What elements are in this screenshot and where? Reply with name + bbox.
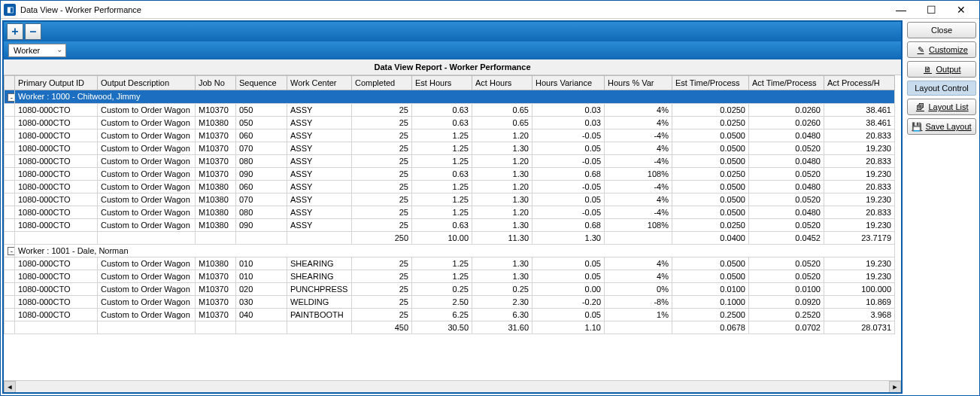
cell: 1.20 bbox=[472, 180, 532, 193]
cell: ASSY bbox=[287, 218, 352, 231]
horizontal-scrollbar[interactable]: ◄ ► bbox=[4, 380, 901, 392]
cell: Custom to Order Wagon bbox=[98, 270, 196, 283]
column-header[interactable]: Est Time/Process bbox=[672, 76, 749, 90]
table-row[interactable]: 1080-000CTOCustom to Order WagonM1037009… bbox=[5, 167, 895, 180]
column-header[interactable]: Work Center bbox=[287, 76, 352, 90]
cell: 19.230 bbox=[824, 218, 895, 231]
group-by-chip-worker[interactable]: Worker bbox=[8, 44, 66, 57]
subtotal-cell bbox=[287, 321, 352, 334]
collapse-all-button[interactable]: – bbox=[25, 23, 41, 40]
cell: 25 bbox=[352, 142, 412, 154]
column-header[interactable]: Primary Output ID bbox=[15, 76, 98, 90]
group-header-row[interactable]: -Worker : 1000 - Chitwood, Jimmy bbox=[5, 90, 895, 104]
close-window-button[interactable]: ✕ bbox=[946, 2, 976, 18]
grid-scroll[interactable]: Primary Output ID Output Description Job… bbox=[4, 75, 901, 380]
cell: SHEARING bbox=[287, 270, 352, 283]
table-row[interactable]: 1080-000CTOCustom to Order WagonM1038008… bbox=[5, 206, 895, 218]
toolbar: + – bbox=[4, 22, 901, 41]
group-header-row[interactable]: -Worker : 1001 - Dale, Norman bbox=[5, 244, 895, 257]
column-header[interactable]: Completed bbox=[352, 76, 412, 90]
scroll-left-button[interactable]: ◄ bbox=[4, 381, 16, 392]
cell: M10380 bbox=[196, 206, 236, 218]
table-row[interactable]: 1080-000CTOCustom to Order WagonM1038006… bbox=[5, 180, 895, 193]
cell: 38.461 bbox=[824, 116, 895, 129]
subtotal-cell: 10.00 bbox=[412, 231, 472, 244]
cell: Custom to Order Wagon bbox=[98, 257, 196, 270]
cell: 1% bbox=[605, 309, 672, 321]
cell: 1.20 bbox=[472, 129, 532, 142]
cell: 1080-000CTO bbox=[15, 206, 98, 218]
cell: M10370 bbox=[196, 270, 236, 283]
customize-button-label: Customize bbox=[929, 45, 968, 54]
subtotal-cell: 1.10 bbox=[532, 321, 605, 334]
row-gutter bbox=[5, 270, 15, 283]
cell: 0.65 bbox=[472, 103, 532, 116]
cell: Custom to Order Wagon bbox=[98, 180, 196, 193]
cell: 25 bbox=[352, 270, 412, 283]
group-by-bar[interactable]: Worker bbox=[4, 41, 901, 59]
cell: 0.0500 bbox=[672, 180, 749, 193]
column-header[interactable]: Act Hours bbox=[472, 76, 532, 90]
maximize-button[interactable]: ☐ bbox=[916, 2, 946, 18]
report-title: Data View Report - Worker Performance bbox=[4, 59, 901, 75]
customize-button[interactable]: ✎ Customize bbox=[907, 41, 976, 58]
minimize-button[interactable]: — bbox=[886, 2, 916, 18]
column-header[interactable]: Hours Variance bbox=[532, 76, 605, 90]
group-toggle[interactable]: - bbox=[5, 90, 15, 104]
cell: 25 bbox=[352, 193, 412, 206]
column-header[interactable]: Est Hours bbox=[412, 76, 472, 90]
cell: Custom to Order Wagon bbox=[98, 142, 196, 154]
table-row[interactable]: 1080-000CTOCustom to Order WagonM1038001… bbox=[5, 257, 895, 270]
output-button[interactable]: 🗎 Output bbox=[907, 61, 976, 78]
column-header[interactable]: Hours % Var bbox=[605, 76, 672, 90]
layout-list-button[interactable]: 🗊 Layout List bbox=[907, 99, 976, 115]
cell: ASSY bbox=[287, 180, 352, 193]
subtotal-cell: 30.50 bbox=[412, 321, 472, 334]
table-row[interactable]: 1080-000CTOCustom to Order WagonM1038007… bbox=[5, 193, 895, 206]
cell: -4% bbox=[605, 129, 672, 142]
cell: 0.0480 bbox=[749, 129, 824, 142]
table-row[interactable]: 1080-000CTOCustom to Order WagonM1037008… bbox=[5, 154, 895, 167]
cell: 0.03 bbox=[532, 103, 605, 116]
cell: 0.0920 bbox=[749, 296, 824, 309]
save-layout-button-label: Save Layout bbox=[925, 122, 971, 131]
save-layout-button[interactable]: 💾 Save Layout bbox=[907, 118, 976, 135]
close-button[interactable]: Close bbox=[907, 22, 976, 38]
cell: Custom to Order Wagon bbox=[98, 206, 196, 218]
cell: -8% bbox=[605, 296, 672, 309]
table-row[interactable]: 1080-000CTOCustom to Order WagonM1038005… bbox=[5, 116, 895, 129]
group-toggle[interactable]: - bbox=[5, 244, 15, 257]
cell: 4% bbox=[605, 257, 672, 270]
column-header[interactable]: Act Time/Process bbox=[749, 76, 824, 90]
column-header-row: Primary Output ID Output Description Job… bbox=[5, 76, 895, 90]
cell: 070 bbox=[236, 193, 287, 206]
column-header[interactable]: Output Description bbox=[98, 76, 196, 90]
expand-all-button[interactable]: + bbox=[7, 23, 23, 40]
table-row[interactable]: 1080-000CTOCustom to Order WagonM1037006… bbox=[5, 129, 895, 142]
table-row[interactable]: 1080-000CTOCustom to Order WagonM1037001… bbox=[5, 270, 895, 283]
cell: 1080-000CTO bbox=[15, 129, 98, 142]
output-button-label: Output bbox=[936, 65, 960, 74]
table-row[interactable]: 1080-000CTOCustom to Order WagonM1038009… bbox=[5, 218, 895, 231]
column-header[interactable]: Sequence bbox=[236, 76, 287, 90]
row-gutter bbox=[5, 180, 15, 193]
table-row[interactable]: 1080-000CTOCustom to Order WagonM1037004… bbox=[5, 309, 895, 321]
cell: 1.30 bbox=[472, 257, 532, 270]
cell: ASSY bbox=[287, 142, 352, 154]
cell: 100.000 bbox=[824, 283, 895, 296]
table-row[interactable]: 1080-000CTOCustom to Order WagonM1037002… bbox=[5, 283, 895, 296]
column-header[interactable]: Job No bbox=[196, 76, 236, 90]
cell: 0.25 bbox=[472, 283, 532, 296]
column-header[interactable]: Act Process/H bbox=[824, 76, 895, 90]
table-row[interactable]: 1080-000CTOCustom to Order WagonM1037007… bbox=[5, 142, 895, 154]
table-row[interactable]: 1080-000CTOCustom to Order WagonM1037005… bbox=[5, 103, 895, 116]
scroll-right-button[interactable]: ► bbox=[889, 381, 901, 392]
subtotal-cell bbox=[196, 321, 236, 334]
row-gutter bbox=[5, 296, 15, 309]
cell: 1.30 bbox=[472, 167, 532, 180]
cell: 1.25 bbox=[412, 193, 472, 206]
table-row[interactable]: 1080-000CTOCustom to Order WagonM1037003… bbox=[5, 296, 895, 309]
cell: 4% bbox=[605, 193, 672, 206]
cell: 0.0480 bbox=[749, 180, 824, 193]
cell: 0.0520 bbox=[749, 218, 824, 231]
